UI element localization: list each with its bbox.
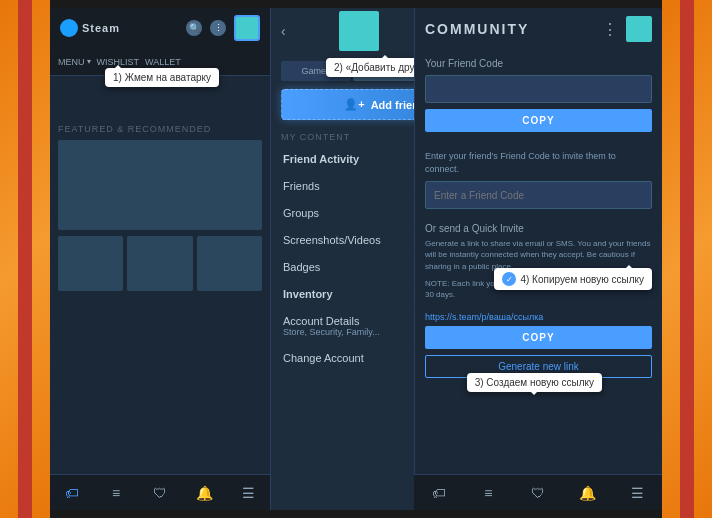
hamburger-icon[interactable]: ☰ (238, 483, 258, 503)
avatar[interactable] (234, 15, 260, 41)
gift-ribbon-right (680, 0, 694, 518)
description: Enter your friend's Friend Code to invit… (415, 146, 662, 181)
back-arrow-icon[interactable]: ‹ (281, 23, 286, 39)
community-menu-icon[interactable]: ⋮ (602, 20, 618, 39)
friend-code-section: Your Friend Code COPY (415, 50, 662, 146)
check-icon: ✓ (502, 272, 516, 286)
tag-icon[interactable]: 🏷 (62, 483, 82, 503)
quick-invite-desc: Generate a link to share via email or SM… (425, 238, 652, 272)
community-avatar[interactable] (626, 16, 652, 42)
steam-logo-icon (60, 19, 78, 37)
steam-header: Steam 🔍 ⋮ (50, 8, 270, 48)
account-details-info: Account Details Store, Security, Family.… (283, 315, 380, 337)
community-title: COMMUNITY (425, 21, 529, 37)
quick-invite-title: Or send a Quick Invite (425, 223, 652, 234)
search-icon[interactable]: 🔍 (186, 20, 202, 36)
add-friends-icon: 👤+ (344, 98, 364, 111)
shield-icon-right[interactable]: 🛡 (528, 483, 548, 503)
steam-logo: Steam (60, 19, 120, 37)
menu-chevron-icon: ▾ (87, 57, 91, 66)
list-icon[interactable]: ≡ (106, 483, 126, 503)
quick-invite-section: Or send a Quick Invite Generate a link t… (415, 217, 662, 312)
right-panel: COMMUNITY ⋮ Your Friend Code COPY Enter … (414, 8, 662, 510)
tooltip-copy-text: 4) Копируем новую ссылку (520, 274, 644, 285)
featured-small-image-1 (58, 236, 123, 291)
enter-friend-code-input[interactable] (425, 181, 652, 209)
account-details-sub: Store, Security, Family... (283, 327, 380, 337)
tooltip-copy-link: ✓ 4) Копируем новую ссылку (494, 268, 652, 290)
bell-icon[interactable]: 🔔 (194, 483, 214, 503)
account-details-label: Account Details (283, 315, 380, 327)
community-header: COMMUNITY ⋮ (415, 8, 662, 50)
copy-link-button[interactable]: COPY (425, 326, 652, 349)
featured-section: FEATURED & RECOMMENDED (50, 116, 270, 299)
main-container: Steam 🔍 ⋮ MENU ▾ WISHLIST WALLET 1) Жмем… (50, 8, 662, 510)
more-icon[interactable]: ⋮ (210, 20, 226, 36)
list-icon-right[interactable]: ≡ (478, 483, 498, 503)
featured-small-image-3 (197, 236, 262, 291)
featured-small-images (58, 236, 262, 291)
menu-nav-item[interactable]: MENU ▾ (58, 57, 91, 67)
wallet-label: WALLET (145, 57, 181, 67)
left-bottom-nav: 🏷 ≡ 🛡 🔔 ☰ (50, 474, 270, 510)
profile-avatar (339, 11, 379, 51)
hamburger-icon-right[interactable]: ☰ (627, 483, 647, 503)
menu-label: MENU (58, 57, 85, 67)
steam-header-icons: 🔍 ⋮ (186, 15, 260, 41)
bell-icon-right[interactable]: 🔔 (578, 483, 598, 503)
copy-code-button[interactable]: COPY (425, 109, 652, 132)
steam-logo-text: Steam (82, 22, 120, 34)
wallet-nav-item[interactable]: WALLET (145, 57, 181, 67)
gift-ribbon-left (18, 0, 32, 518)
featured-main-image (58, 140, 262, 230)
link-url: https://s.team/p/ваша/ссылка (415, 312, 662, 322)
featured-small-image-2 (127, 236, 192, 291)
friend-code-label: Your Friend Code (425, 58, 652, 69)
friend-code-input[interactable] (425, 75, 652, 103)
left-panel: Steam 🔍 ⋮ MENU ▾ WISHLIST WALLET 1) Жмем… (50, 8, 270, 510)
featured-label: FEATURED & RECOMMENDED (58, 124, 262, 134)
enter-code-section (415, 181, 662, 217)
tooltip-generate-link: 3) Создаем новую ссылку (467, 373, 602, 392)
tooltip-avatar: 1) Жмем на аватарку (105, 68, 219, 87)
right-bottom-nav: 🏷 ≡ 🛡 🔔 ☰ (414, 474, 662, 510)
tag-icon-right[interactable]: 🏷 (429, 483, 449, 503)
shield-icon[interactable]: 🛡 (150, 483, 170, 503)
